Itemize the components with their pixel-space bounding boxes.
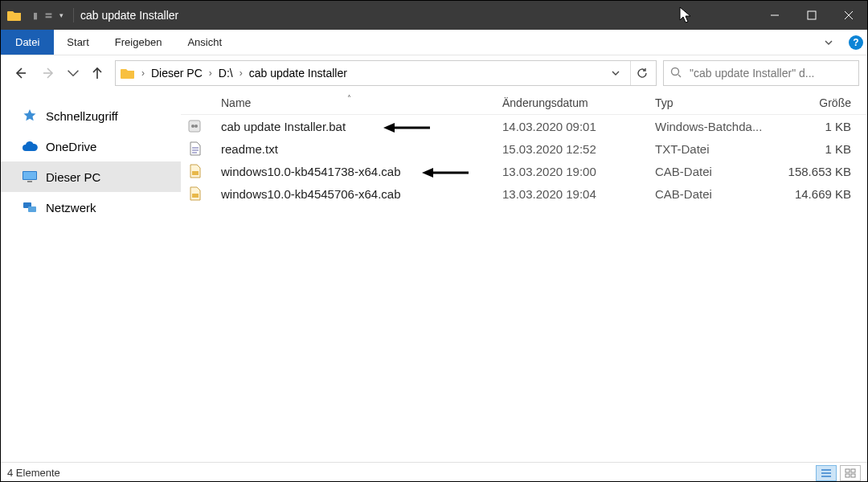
file-size: 14.669 KB: [771, 187, 867, 201]
star-icon: [22, 108, 38, 124]
sidebar-item-label: OneDrive: [46, 140, 96, 153]
folder-icon: [119, 67, 137, 80]
view-large-icons-button[interactable]: [840, 465, 861, 481]
sidebar-item-label: Netzwerk: [46, 201, 96, 214]
up-button[interactable]: [86, 62, 108, 84]
column-header-type[interactable]: Typ: [642, 96, 771, 109]
svg-marker-25: [422, 168, 433, 178]
svg-point-16: [194, 125, 198, 128]
file-icon: [181, 141, 208, 156]
sidebar-item-thispc[interactable]: Dieser PC: [1, 161, 181, 192]
column-header-date[interactable]: Änderungsdatum: [489, 96, 642, 109]
navigation-row: › Dieser PC › D:\ › cab update Installer…: [1, 55, 867, 91]
file-name: windows10.0-kb4545706-x64.cab: [208, 187, 489, 201]
file-list-pane: ˄Name Änderungsdatum Typ Größe cab updat…: [181, 91, 867, 462]
recent-locations-icon[interactable]: [67, 62, 80, 84]
chevron-right-icon[interactable]: ›: [238, 67, 244, 79]
cloud-icon: [22, 138, 38, 154]
breadcrumb-item[interactable]: cab update Installer: [248, 67, 349, 80]
svg-rect-11: [27, 181, 32, 182]
title-bar: ▮ 〓 ▾ cab update Installer: [1, 1, 867, 30]
breadcrumb-item[interactable]: Dieser PC: [149, 67, 204, 80]
cursor-icon: [679, 6, 692, 24]
svg-point-7: [672, 67, 679, 75]
file-size: 1 KB: [771, 120, 867, 133]
search-box[interactable]: "cab update Installer" d...: [663, 60, 859, 86]
monitor-icon: [22, 169, 38, 185]
file-row[interactable]: readme.txt15.03.2020 12:52TXT-Datei1 KB: [181, 137, 867, 160]
svg-rect-29: [845, 469, 850, 472]
refresh-button[interactable]: [630, 61, 653, 85]
file-date: 13.03.2020 19:04: [489, 187, 642, 201]
qat-dropdown-icon[interactable]: ▾: [59, 11, 63, 19]
qat-item[interactable]: 〓: [44, 10, 53, 22]
svg-line-8: [678, 75, 681, 77]
network-icon: [22, 199, 38, 215]
file-row[interactable]: cab update Installer.bat14.03.2020 09:01…: [181, 115, 867, 137]
minimize-button[interactable]: [756, 1, 793, 30]
tab-view[interactable]: Ansicht: [174, 30, 235, 55]
svg-rect-20: [192, 171, 199, 175]
chevron-right-icon[interactable]: ›: [207, 67, 214, 79]
sidebar-item-label: Dieser PC: [46, 170, 100, 184]
view-details-button[interactable]: [816, 465, 837, 481]
tab-file[interactable]: Datei: [1, 30, 54, 55]
navigation-pane: Schnellzugriff OneDrive Dieser PC Netzwe…: [1, 91, 181, 462]
svg-marker-23: [383, 123, 395, 133]
svg-rect-13: [28, 206, 36, 212]
annotation-arrow: [422, 165, 470, 181]
search-icon: [670, 67, 683, 80]
sidebar-item-onedrive[interactable]: OneDrive: [1, 131, 181, 161]
tab-share[interactable]: Freigeben: [102, 30, 175, 55]
svg-rect-10: [23, 172, 36, 179]
breadcrumb-item[interactable]: D:\: [217, 67, 235, 80]
sidebar-item-label: Schnellzugriff: [46, 109, 118, 123]
svg-rect-1: [808, 11, 816, 19]
svg-rect-31: [845, 474, 850, 477]
file-type: Windows-Batchda...: [642, 120, 771, 133]
sidebar-item-network[interactable]: Netzwerk: [1, 192, 181, 223]
file-type: CAB-Datei: [642, 187, 771, 201]
address-bar[interactable]: › Dieser PC › D:\ › cab update Installer: [115, 60, 657, 86]
file-date: 13.03.2020 19:00: [489, 165, 642, 178]
file-size: 158.653 KB: [771, 165, 867, 178]
window-title: cab update Installer: [79, 9, 178, 22]
ribbon: Datei Start Freigeben Ansicht ?: [1, 30, 867, 55]
file-name: cab update Installer.bat: [208, 120, 489, 133]
svg-point-15: [191, 125, 194, 128]
address-dropdown-icon[interactable]: [604, 61, 627, 85]
quick-access-toolbar: ▮ 〓 ▾: [28, 10, 68, 22]
file-row[interactable]: windows10.0-kb4545706-x64.cab13.03.2020 …: [181, 182, 867, 205]
search-placeholder: "cab update Installer" d...: [690, 67, 814, 80]
file-icon: [181, 164, 208, 178]
file-date: 15.03.2020 12:52: [489, 142, 642, 156]
file-icon: [181, 186, 208, 201]
file-name: readme.txt: [208, 142, 489, 156]
ribbon-collapse-icon[interactable]: [813, 30, 845, 55]
qat-item[interactable]: ▮: [33, 10, 38, 21]
chevron-right-icon[interactable]: ›: [140, 67, 146, 79]
annotation-arrow: [383, 120, 432, 136]
file-type: TXT-Datei: [642, 142, 771, 156]
file-row[interactable]: windows10.0-kb4541738-x64.cab13.03.2020 …: [181, 160, 867, 182]
help-button[interactable]: ?: [845, 30, 867, 55]
file-icon: [181, 119, 208, 133]
app-icon: [1, 9, 28, 22]
svg-rect-30: [851, 469, 855, 472]
status-item-count: 4 Elemente: [7, 467, 60, 479]
column-header-name[interactable]: ˄Name: [208, 96, 489, 109]
svg-rect-32: [851, 474, 855, 477]
sidebar-item-quickaccess[interactable]: Schnellzugriff: [1, 100, 181, 131]
file-date: 14.03.2020 09:01: [489, 120, 642, 133]
status-bar: 4 Elemente: [1, 462, 867, 482]
close-button[interactable]: [830, 1, 867, 30]
tab-start[interactable]: Start: [54, 30, 101, 55]
column-header-size[interactable]: Größe: [771, 96, 867, 109]
svg-rect-21: [192, 194, 199, 198]
column-header-row: ˄Name Änderungsdatum Typ Größe: [181, 91, 867, 115]
maximize-button[interactable]: [793, 1, 830, 30]
back-button[interactable]: [9, 62, 31, 84]
divider: [73, 8, 74, 22]
forward-button[interactable]: [38, 62, 60, 84]
sort-asc-icon: ˄: [347, 94, 351, 103]
